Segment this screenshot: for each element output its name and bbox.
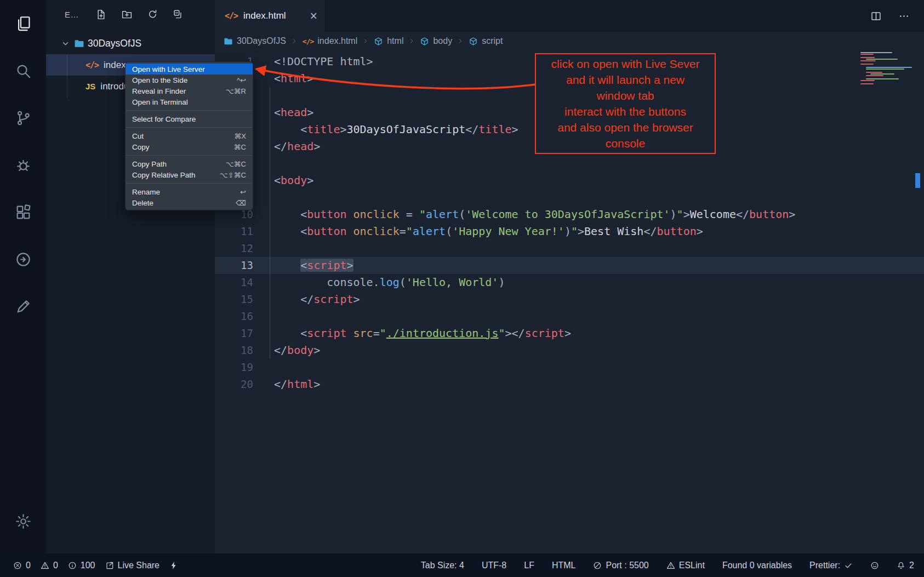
status-prettier[interactable]: Prettier:	[809, 561, 853, 570]
menu-item-label: Rename	[132, 188, 160, 196]
status-html[interactable]: HTML	[552, 561, 576, 570]
breadcrumb-label: index.html	[317, 36, 357, 46]
extensions-icon[interactable]	[0, 188, 46, 236]
code-line-18[interactable]: 18</body>	[215, 342, 924, 359]
status-label: Tab Size: 4	[421, 561, 464, 570]
tab-index-html[interactable]: </> index.html ×	[215, 0, 326, 32]
menu-item-shortcut: ⌥⌘C	[226, 160, 246, 168]
code-line-17[interactable]: 17 <script src="./introduction.js"></scr…	[215, 325, 924, 342]
code-line-10[interactable]: 10 <button onclick = "alert('Welcome to …	[215, 206, 924, 223]
code-line-12[interactable]: 12	[215, 240, 924, 257]
pen-edit-icon[interactable]	[0, 283, 46, 330]
menu-item-rename[interactable]: Rename↩	[126, 186, 253, 197]
line-number: 16	[215, 308, 253, 325]
collapse-all-icon[interactable]	[173, 9, 184, 20]
line-number: 20	[215, 376, 253, 393]
code-line-15[interactable]: 15 </script>	[215, 291, 924, 308]
minimap[interactable]	[860, 52, 912, 85]
menu-item-reveal-in-finder[interactable]: Reveal in Finder⌥⌘R	[126, 85, 253, 96]
menu-item-open-to-the-side[interactable]: Open to the Side^↩	[126, 75, 253, 85]
explorer-title: E…	[65, 10, 79, 19]
status-0[interactable]: 0	[13, 561, 31, 570]
menu-item-label: Select for Compare	[132, 115, 196, 123]
refresh-icon[interactable]	[147, 9, 158, 20]
code-text: <script src="./introduction.js"></script…	[274, 325, 571, 342]
smiley-icon	[870, 561, 879, 570]
symbol-cube-icon	[420, 37, 429, 46]
search-icon[interactable]	[0, 47, 46, 94]
split-editor-icon[interactable]	[870, 10, 882, 22]
menu-item-label: Copy	[132, 143, 150, 151]
status-label: Port : 5500	[606, 561, 648, 570]
code-line-8[interactable]: 8<body>	[215, 172, 924, 189]
live-share-icon[interactable]	[0, 236, 46, 283]
menu-item-label: Open to the Side	[132, 76, 187, 84]
annotation-line: window tab	[538, 88, 712, 104]
breadcrumb-body[interactable]: body	[420, 36, 452, 46]
menu-item-shortcut: ⌥⌘R	[226, 87, 246, 95]
menu-separator	[126, 127, 252, 128]
status-label: ESLint	[679, 561, 705, 570]
code-text: <body>	[274, 172, 313, 189]
status-0[interactable]: 0	[41, 561, 58, 570]
code-line-7[interactable]: 7	[215, 155, 924, 172]
settings-gear-icon[interactable]	[0, 498, 46, 545]
menu-item-copy-relative-path[interactable]: Copy Relative Path⌥⇧⌘C	[126, 169, 253, 180]
menu-item-copy[interactable]: Copy⌘C	[126, 141, 253, 152]
breadcrumb-30daysofjs[interactable]: 30DaysOfJS	[224, 36, 286, 46]
status-port-5500[interactable]: Port : 5500	[593, 561, 648, 570]
explorer-icon[interactable]	[0, 0, 46, 47]
activity-bar	[0, 0, 46, 553]
status-2[interactable]: 2	[897, 561, 914, 570]
tree-item-30daysofjs[interactable]: 30DaysOfJS	[46, 33, 215, 54]
new-folder-icon[interactable]	[121, 9, 133, 20]
code-line-19[interactable]: 19	[215, 359, 924, 376]
status-lf[interactable]: LF	[524, 561, 534, 570]
code-line-9[interactable]: 9	[215, 189, 924, 206]
status-lightning-bolt[interactable]	[169, 561, 178, 570]
menu-item-cut[interactable]: Cut⌘X	[126, 130, 253, 141]
annotation-line: and also open the browser	[538, 119, 712, 135]
close-tab-icon[interactable]: ×	[310, 10, 317, 22]
menu-item-open-in-terminal[interactable]: Open in Terminal	[126, 96, 253, 107]
run-and-debug-icon[interactable]	[0, 141, 46, 188]
menu-separator	[126, 183, 252, 184]
menu-item-label: Copy Relative Path	[132, 171, 196, 179]
code-line-16[interactable]: 16	[215, 308, 924, 325]
tab-bar: </> index.html ×	[215, 0, 924, 32]
status-tab-size-4[interactable]: Tab Size: 4	[421, 561, 464, 570]
status-eslint[interactable]: ESLint	[666, 561, 705, 570]
status-live-share[interactable]: Live Share	[105, 561, 160, 570]
status-utf-8[interactable]: UTF-8	[482, 561, 506, 570]
js-file-icon: JS	[85, 82, 95, 91]
status-found-0-variables[interactable]: Found 0 variables	[722, 561, 792, 570]
menu-item-shortcut: ↩	[240, 188, 246, 196]
status-label: Prettier:	[809, 561, 840, 570]
code-line-13[interactable]: 13 <script>	[215, 257, 924, 274]
breadcrumb-index-html[interactable]: </>index.html	[303, 36, 357, 46]
source-control-icon[interactable]	[0, 94, 46, 141]
menu-item-copy-path[interactable]: Copy Path⌥⌘C	[126, 158, 253, 169]
code-line-11[interactable]: 11 <button onclick="alert('Happy New Yea…	[215, 223, 924, 240]
breadcrumb-script[interactable]: script	[469, 36, 503, 46]
chevron-down-icon	[60, 38, 71, 49]
status-bar-right: Tab Size: 4UTF-8LFHTMLPort : 5500ESLintF…	[421, 561, 914, 570]
status-100[interactable]: 100	[68, 561, 95, 570]
code-text: </html>	[274, 376, 320, 393]
explorer-actions	[95, 9, 184, 20]
menu-item-open-with-live-server[interactable]: Open with Live Server	[126, 64, 253, 75]
html-file-icon: </>	[225, 11, 238, 21]
line-number: 15	[215, 291, 253, 308]
breadcrumb-separator-icon	[290, 37, 298, 45]
new-file-icon[interactable]	[95, 9, 107, 20]
code-text: <title>30DaysOfJavaScript</title>	[274, 121, 518, 138]
menu-item-select-for-compare[interactable]: Select for Compare	[126, 113, 253, 124]
code-line-20[interactable]: 20</html>	[215, 376, 924, 393]
annotation-line: interact with the buttons	[538, 104, 712, 119]
folder-icon	[74, 38, 84, 49]
code-line-14[interactable]: 14 console.log('Hello, World')	[215, 274, 924, 291]
more-actions-icon[interactable]	[898, 10, 910, 22]
menu-item-delete[interactable]: Delete⌫	[126, 197, 253, 208]
breadcrumb-html[interactable]: html	[374, 36, 403, 46]
status-smiley[interactable]	[870, 561, 879, 570]
